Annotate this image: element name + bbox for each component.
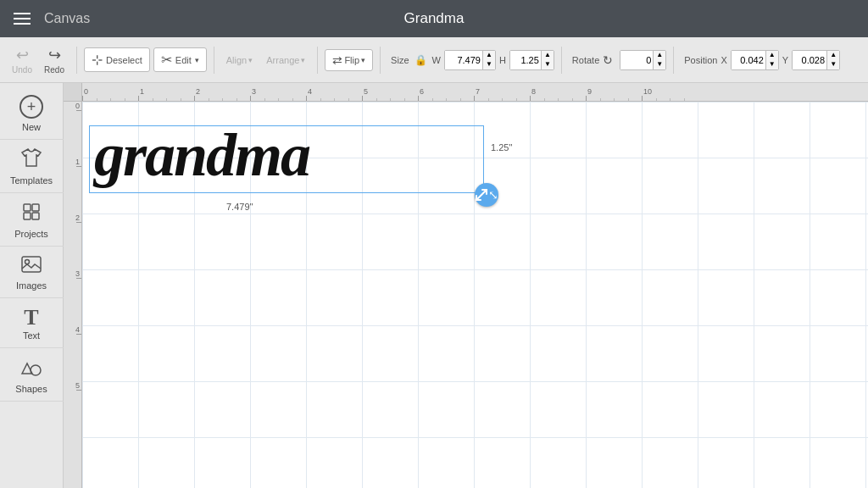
resize-handle[interactable] xyxy=(475,183,498,207)
size-group: Size 🔒 W ▲ ▼ H ▲ ▼ xyxy=(391,50,554,70)
height-up-button[interactable]: ▲ xyxy=(542,51,554,60)
shapes-label: Shapes xyxy=(15,384,47,394)
toolbar: ↩ Undo ↪ Redo ⊹ Deselect ✂ Edit ▾ Align … xyxy=(0,37,868,83)
projects-label: Projects xyxy=(14,229,48,239)
y-label: Y xyxy=(782,55,788,65)
width-dimension-label: 7.479" xyxy=(226,202,253,212)
separator-1 xyxy=(76,47,77,74)
redo-icon: ↪ xyxy=(48,46,61,64)
text-T-icon: T xyxy=(24,307,38,329)
image-icon xyxy=(20,255,42,277)
sidebar-item-new[interactable]: + New xyxy=(0,86,64,140)
edit-icon: ✂ xyxy=(161,52,172,68)
width-up-button[interactable]: ▲ xyxy=(483,51,495,60)
sidebar-item-images[interactable]: Images xyxy=(0,247,64,298)
arrange-button[interactable]: Arrange ▾ xyxy=(261,52,310,69)
separator-6 xyxy=(673,47,674,74)
height-field: ▲ ▼ xyxy=(509,50,554,70)
position-group: Position X ▲ ▼ Y ▲ ▼ xyxy=(684,50,840,70)
grid-canvas[interactable]: grandma 7.479" 1.25" xyxy=(82,102,868,488)
position-label: Position xyxy=(684,55,717,65)
deselect-button[interactable]: ⊹ Deselect xyxy=(84,47,150,72)
shirt-icon xyxy=(20,148,42,172)
x-input[interactable] xyxy=(732,51,765,69)
width-down-button[interactable]: ▼ xyxy=(483,60,495,69)
rotate-down-button[interactable]: ▼ xyxy=(654,60,665,69)
size-label: Size xyxy=(391,55,409,65)
flip-button[interactable]: ⇄ Flip ▾ xyxy=(325,49,373,71)
width-field: ▲ ▼ xyxy=(444,50,496,70)
ruler-horizontal: // rendered below via JS 012345678910 xyxy=(82,83,868,102)
sidebar-item-templates[interactable]: Templates xyxy=(0,140,64,193)
rotate-field: ▲ ▼ xyxy=(620,50,666,70)
main-area: + New Templates Projects xyxy=(0,83,868,488)
rotate-spinner: ▲ ▼ xyxy=(653,51,665,69)
canvas-label: Canvas xyxy=(44,11,90,26)
separator-4 xyxy=(380,47,381,74)
page-title: Grandma xyxy=(404,10,465,27)
width-spinner: ▲ ▼ xyxy=(482,51,495,69)
menu-icon[interactable] xyxy=(14,13,31,25)
new-label: New xyxy=(22,122,41,132)
height-label: H xyxy=(499,55,506,65)
align-chevron-icon: ▾ xyxy=(248,56,253,64)
height-spinner: ▲ ▼ xyxy=(541,51,554,69)
grid-icon xyxy=(21,202,42,225)
flip-chevron-icon: ▾ xyxy=(361,56,365,64)
shapes-icon xyxy=(20,357,42,380)
rotate-input[interactable] xyxy=(620,51,653,69)
edit-button[interactable]: ✂ Edit ▾ xyxy=(153,47,207,72)
x-spinner: ▲ ▼ xyxy=(765,51,778,69)
svg-text:grandma: grandma xyxy=(92,121,310,189)
plus-circle-icon: + xyxy=(19,95,43,119)
separator-2 xyxy=(214,47,214,74)
sidebar-item-shapes[interactable]: Shapes xyxy=(0,348,64,402)
canvas-area[interactable]: // rendered below via JS 012345678910 01… xyxy=(64,83,868,488)
templates-label: Templates xyxy=(10,175,53,186)
x-label: X xyxy=(721,55,726,65)
separator-5 xyxy=(561,47,562,74)
rotate-icon: ↻ xyxy=(603,53,613,67)
svg-rect-1 xyxy=(32,204,39,211)
sidebar-item-projects[interactable]: Projects xyxy=(0,193,64,247)
sidebar: + New Templates Projects xyxy=(0,83,64,488)
height-down-button[interactable]: ▼ xyxy=(542,60,554,69)
grandma-text-svg: grandma xyxy=(86,114,484,191)
y-spinner: ▲ ▼ xyxy=(826,51,839,69)
x-field: ▲ ▼ xyxy=(731,50,779,70)
svg-rect-3 xyxy=(32,213,39,219)
header: Canvas Grandma xyxy=(0,0,868,37)
width-label: W xyxy=(432,55,441,65)
redo-button[interactable]: ↪ Redo xyxy=(39,42,70,78)
images-label: Images xyxy=(16,280,47,291)
flip-icon: ⇄ xyxy=(332,53,342,67)
height-input[interactable] xyxy=(510,51,541,69)
y-field: ▲ ▼ xyxy=(792,50,840,70)
svg-point-5 xyxy=(25,260,30,264)
y-input[interactable] xyxy=(793,51,826,69)
toolbar-history: ↩ Undo ↪ Redo xyxy=(7,42,70,78)
rotate-up-button[interactable]: ▲ xyxy=(654,51,665,60)
undo-button[interactable]: ↩ Undo xyxy=(7,42,37,78)
ruler-vertical: 012345 xyxy=(64,102,82,488)
deselect-icon: ⊹ xyxy=(92,52,103,68)
undo-icon: ↩ xyxy=(16,46,29,64)
svg-rect-4 xyxy=(22,257,41,272)
separator-3 xyxy=(317,47,318,74)
x-down-button[interactable]: ▼ xyxy=(766,60,778,69)
lock-icon: 🔒 xyxy=(415,54,427,66)
x-up-button[interactable]: ▲ xyxy=(766,51,778,60)
rotate-label: Rotate xyxy=(572,55,599,65)
sidebar-item-text[interactable]: T Text xyxy=(0,298,64,348)
text-label: Text xyxy=(23,330,40,341)
y-up-button[interactable]: ▲ xyxy=(827,51,839,60)
y-down-button[interactable]: ▼ xyxy=(827,60,839,69)
arrange-chevron-icon: ▾ xyxy=(301,56,305,64)
svg-rect-0 xyxy=(24,204,31,211)
svg-rect-2 xyxy=(24,213,31,219)
height-dimension-label: 1.25" xyxy=(491,142,512,152)
rotate-group: Rotate ↻ ▲ ▼ xyxy=(572,50,666,70)
width-input[interactable] xyxy=(445,51,482,69)
ruler-corner xyxy=(64,83,82,102)
align-button[interactable]: Align ▾ xyxy=(221,52,258,69)
